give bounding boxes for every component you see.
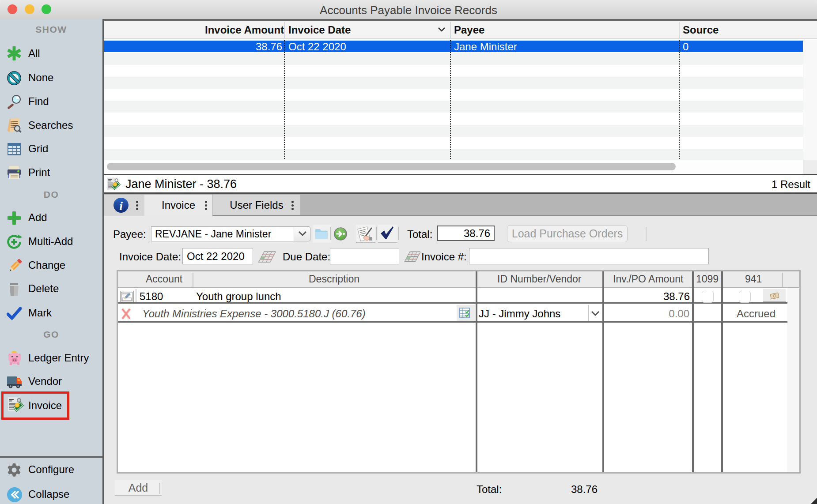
svg-text:i: i: [119, 199, 123, 213]
